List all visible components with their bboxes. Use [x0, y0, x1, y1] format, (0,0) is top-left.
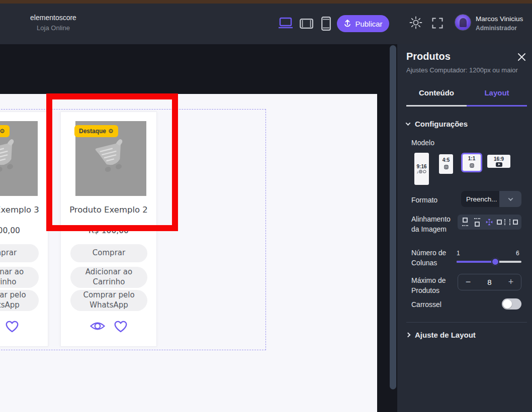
topbar: elementoscore Loja Online: [0, 0, 532, 44]
badge-label: Destaque: [79, 128, 106, 135]
center-arrows-icon: [485, 221, 494, 228]
panel-divider: [406, 322, 527, 323]
cart-icon: [94, 138, 127, 178]
gear-icon: ⚙: [108, 128, 114, 135]
upload-icon: [343, 19, 351, 29]
align-center-button-active[interactable]: [485, 218, 494, 227]
whatsapp-buy-button[interactable]: Comprar pelo WhatsApp: [0, 290, 39, 311]
max-products-stepper: − 8 +: [458, 274, 521, 290]
favorite-button[interactable]: [113, 319, 128, 335]
chevron-down-icon: [499, 191, 521, 207]
colunas-label: Número de Colunas: [411, 248, 458, 268]
user-info[interactable]: Marcos Vinicius Administrador: [476, 15, 523, 32]
section-configuracoes-label: Configurações: [415, 120, 468, 128]
carousel-toggle-off[interactable]: [502, 298, 521, 310]
heart-icon: [5, 327, 20, 335]
aspect-option-4-5[interactable]: 4:5: [439, 154, 453, 174]
tiktok-icon: ♪: [417, 170, 419, 174]
sun-icon: [409, 23, 422, 31]
decrement-button[interactable]: −: [458, 277, 478, 287]
gear-icon: ⚙: [0, 128, 5, 135]
add-to-cart-button[interactable]: Adicionar ao Carrinho: [70, 267, 147, 288]
columns-slider[interactable]: [457, 261, 521, 263]
whatsapp-icon: [423, 170, 426, 174]
desktop-preview-button[interactable]: [278, 17, 293, 31]
slider-thumb[interactable]: [491, 258, 499, 266]
chevron-down-icon: [406, 121, 411, 126]
align-top-button[interactable]: [461, 218, 470, 227]
topbar-accent-strip: [0, 0, 532, 4]
tablet-preview-button[interactable]: [300, 19, 313, 30]
aspect-option-16-9[interactable]: 16:9: [487, 155, 510, 168]
buy-button[interactable]: Comprar: [0, 244, 39, 262]
panel-subtitle: Ajustes Computador: 1200px ou maior: [406, 66, 518, 74]
tablet-icon: [300, 23, 313, 30]
aspect-option-9-16[interactable]: 9:16 ♪: [414, 153, 429, 185]
tab-layout[interactable]: Layout: [467, 88, 527, 97]
tab-conteudo[interactable]: Conteúdo: [406, 88, 467, 97]
close-panel-button[interactable]: [517, 53, 526, 63]
aspect-option-1-1-selected[interactable]: 1:1: [461, 153, 482, 172]
product-price: R$ 100,00: [61, 226, 156, 235]
heart-icon: [113, 327, 128, 335]
toggle-knob: [503, 299, 512, 308]
settings-panel: Produtos Ajustes Computador: 1200px ou m…: [397, 44, 532, 412]
avatar[interactable]: [455, 14, 471, 31]
close-icon: [517, 55, 526, 63]
product-card[interactable]: Destaque ⚙ Produto Exemplo 3 R$ 100,00 C…: [0, 112, 48, 347]
increment-button[interactable]: +: [501, 277, 521, 287]
alinhamento-label: Alinhamento da Imagem: [411, 214, 458, 235]
featured-badge: Destaque ⚙: [74, 125, 118, 137]
aspect-label: 9:16: [416, 164, 426, 169]
editor-canvas[interactable]: Destaque ⚙ Produto Exemplo 3 R$ 100,00 C…: [0, 94, 377, 412]
chevron-right-icon: [406, 333, 411, 338]
whatsapp-buy-button[interactable]: Comprar pelo WhatsApp: [70, 290, 147, 311]
canvas-scrollbar[interactable]: [390, 45, 396, 389]
panel-title: Produtos: [406, 51, 451, 62]
instagram-icon: [419, 170, 422, 174]
tab-underline-inactive: [406, 105, 467, 107]
fullscreen-icon: [432, 23, 443, 30]
product-image-placeholder: Destaque ⚙: [75, 121, 146, 196]
section-configuracoes[interactable]: Configurações: [406, 120, 468, 128]
theme-brightness-button[interactable]: [409, 16, 422, 31]
quickview-button[interactable]: [90, 319, 106, 335]
slider-min-label: 1: [457, 250, 460, 257]
formato-select[interactable]: Preench...: [461, 191, 521, 207]
favorite-button[interactable]: [5, 319, 20, 335]
aspect-label: 16:9: [494, 156, 504, 162]
slider-max-label: 6: [516, 250, 519, 257]
max-products-value: 8: [478, 278, 501, 286]
publish-label: Publicar: [355, 20, 382, 28]
add-to-cart-button[interactable]: Adicionar ao Carrinho: [0, 267, 39, 288]
eye-icon: [90, 327, 106, 335]
formato-value: Preench...: [461, 191, 499, 207]
instagram-icon: [444, 163, 449, 171]
align-right-button[interactable]: [509, 218, 518, 227]
phone-icon: [321, 25, 331, 32]
buy-button[interactable]: Comprar: [70, 244, 147, 262]
user-role: Administrador: [476, 25, 523, 32]
carrossel-label: Carrossel: [411, 299, 441, 310]
product-title: Produto Exemplo 3: [0, 205, 48, 215]
slider-fill: [457, 261, 495, 263]
section-ajuste-layout[interactable]: Ajuste de Layout: [406, 331, 476, 339]
site-subtitle: Loja Online: [20, 24, 86, 32]
formato-label: Formato: [411, 195, 437, 205]
product-card[interactable]: Destaque ⚙ Produto Exemplo 2 R$ 100,00 C…: [60, 112, 157, 347]
aspect-label: 4:5: [442, 157, 450, 163]
fullscreen-button[interactable]: [432, 18, 443, 30]
section-ajuste-layout-label: Ajuste de Layout: [415, 331, 476, 339]
aspect-label: 1:1: [468, 156, 475, 161]
image-align-group: [458, 215, 521, 230]
site-identity: elementoscore Loja Online: [20, 14, 86, 32]
site-name: elementoscore: [20, 14, 86, 22]
align-left-button[interactable]: [497, 218, 506, 227]
mobile-preview-button[interactable]: [321, 17, 331, 32]
featured-badge: Destaque ⚙: [0, 125, 10, 137]
publish-button[interactable]: Publicar: [337, 15, 389, 32]
instagram-icon: [470, 162, 474, 169]
product-image-placeholder: Destaque ⚙: [0, 121, 38, 196]
align-bottom-button[interactable]: [473, 218, 482, 227]
cart-icon: [0, 138, 19, 178]
